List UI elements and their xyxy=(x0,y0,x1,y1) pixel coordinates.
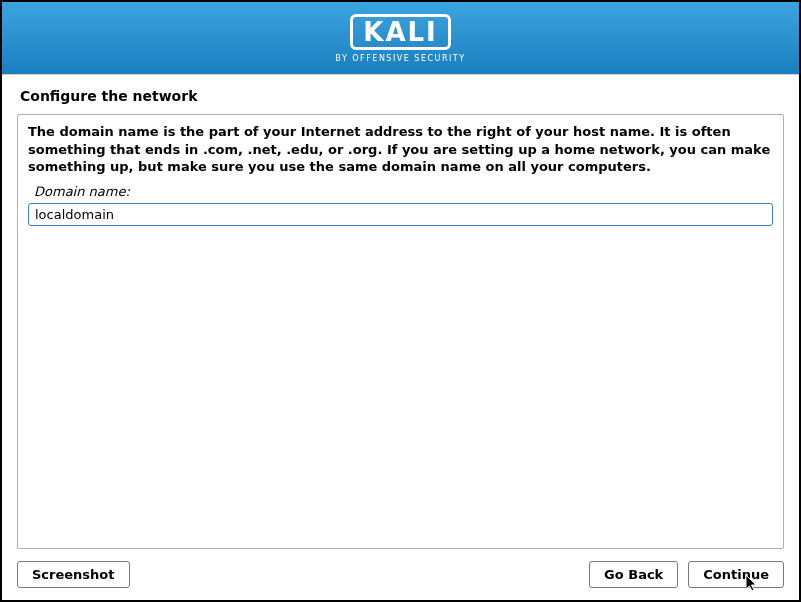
page-title: Configure the network xyxy=(2,75,799,114)
footer-right-group: Go Back Continue xyxy=(589,561,784,588)
brand-logo-frame: KALI xyxy=(350,14,451,50)
brand-tagline: BY OFFENSIVE SECURITY xyxy=(335,54,465,63)
brand-logo: KALI BY OFFENSIVE SECURITY xyxy=(335,14,465,63)
instruction-text: The domain name is the part of your Inte… xyxy=(28,123,773,176)
header-banner: KALI BY OFFENSIVE SECURITY xyxy=(2,2,799,75)
domain-name-label: Domain name: xyxy=(34,184,773,199)
domain-name-input[interactable] xyxy=(28,203,773,226)
content-frame: The domain name is the part of your Inte… xyxy=(17,114,784,549)
brand-name: KALI xyxy=(363,17,438,47)
footer-bar: Screenshot Go Back Continue xyxy=(2,549,799,600)
screenshot-button[interactable]: Screenshot xyxy=(17,561,130,588)
continue-button[interactable]: Continue xyxy=(688,561,784,588)
go-back-button[interactable]: Go Back xyxy=(589,561,678,588)
